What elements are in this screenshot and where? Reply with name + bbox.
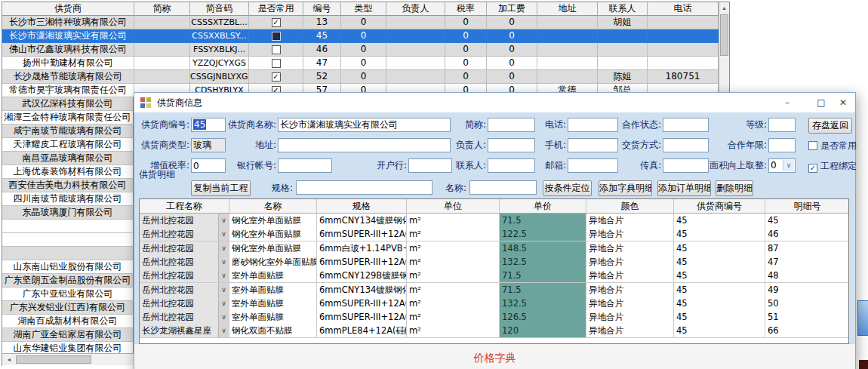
grid-cell[interactable]: 室外单面贴膜	[229, 297, 317, 311]
supplier-list-item[interactable]: 上海优泰装饰材料有限公司	[2, 165, 134, 179]
supplier_type-input[interactable]	[191, 138, 226, 152]
column-header-addr[interactable]: 地址	[537, 2, 598, 16]
supplier-row-cell-pinyin[interactable]: CSSGJNBLYXGS	[190, 70, 249, 84]
chevron-down-icon[interactable]: ∨	[218, 255, 229, 269]
grid-cell[interactable]: 126.5	[500, 310, 586, 324]
supplier-row-cell-pinyin[interactable]: FSSYXBLKJ...	[190, 43, 249, 57]
supplier-row-cell-common[interactable]	[249, 57, 303, 70]
grid-cell[interactable]: 6mmPLE84+12A(硅酮胶...	[317, 324, 407, 338]
area_round-combobox[interactable]: 0∨	[768, 158, 796, 173]
supplier-row-cell-addr[interactable]	[537, 16, 598, 29]
grid-cell[interactable]: 47	[765, 255, 849, 269]
supplier-row-cell-contact[interactable]	[598, 57, 648, 70]
delete-detail-button[interactable]: 删除明细	[716, 180, 753, 196]
chevron-down-icon[interactable]: ∨	[218, 269, 229, 282]
grid-project-combobox[interactable]: 岳州北控花园∨	[140, 283, 229, 297]
grid-project-combobox[interactable]: 岳州北控花园∨	[140, 214, 229, 228]
grid-cell[interactable]: 钢化室外单面贴膜	[229, 241, 317, 256]
supplier-row-cell-phone[interactable]	[648, 16, 719, 29]
supplier-row-cell-abbr[interactable]	[134, 29, 190, 43]
delivery-input[interactable]	[663, 138, 709, 152]
grid-cell[interactable]: m²	[407, 310, 500, 324]
supplier-row-cell-supplier[interactable]: 扬州中勤建材有限公司	[2, 57, 134, 70]
common-use-checkbox[interactable]: 是否常用	[808, 140, 857, 152]
supplier-list-item[interactable]: 四川南玻节能玻璃有限公司	[2, 192, 134, 206]
supplier-row-cell-pinyin[interactable]: CSSSXTZBL...	[190, 16, 249, 29]
supplier-row-cell-manager[interactable]	[386, 57, 445, 70]
supplier-row-cell-tax[interactable]: 0	[445, 29, 487, 43]
chevron-down-icon[interactable]: ∨	[218, 297, 229, 310]
column-header-phone[interactable]: 电话	[648, 2, 719, 16]
grid-cell[interactable]: 132.5	[500, 255, 586, 269]
grid-cell[interactable]: 45	[674, 297, 765, 311]
column-header-tax[interactable]: 税率	[445, 2, 487, 16]
supplier_id-input[interactable]: 45	[191, 118, 226, 132]
supplier-row-cell-pinyin[interactable]: CSSXXBLSY...	[190, 29, 249, 43]
supplier-row-cell-addr[interactable]	[537, 57, 598, 70]
grid-cell[interactable]: 6mmSUPER-III+12A(硅...	[317, 227, 407, 241]
supplier-list-item[interactable]: 南昌亚晶玻璃有限公司	[2, 152, 134, 165]
supplier-row-cell-id[interactable]: 46	[303, 43, 341, 57]
supplier-row-cell-type[interactable]: 0	[341, 57, 386, 70]
checkbox-box-icon[interactable]	[808, 141, 817, 150]
column-header-type[interactable]: 类型	[341, 2, 386, 16]
supplier-row-cell-supplier[interactable]: 长沙晟格节能玻璃有限公司	[2, 70, 134, 84]
common-checkbox-checked-icon[interactable]: ✓	[272, 18, 281, 27]
common-checkbox-unchecked-icon[interactable]	[272, 45, 281, 54]
grid-cell[interactable]: 71.5	[500, 214, 586, 228]
common-checkbox-unchecked-icon[interactable]	[272, 32, 281, 41]
supplier-row-cell-supplier[interactable]: 常德市昊宇玻璃有限责任公司	[2, 84, 134, 97]
manager-input[interactable]	[488, 138, 535, 152]
grid-cell[interactable]: m²	[407, 269, 500, 283]
column-header-pinyin[interactable]: 简音码	[190, 2, 249, 16]
supplier-row-cell-phone[interactable]	[648, 57, 719, 70]
grid-project-combobox[interactable]: 岳州北控花园∨	[140, 310, 229, 324]
grid-cell[interactable]: 钢化双面不贴膜	[229, 324, 317, 338]
grid-cell[interactable]: 室外单面贴膜	[229, 269, 317, 283]
supplier-row-cell-id[interactable]: 47	[303, 57, 341, 70]
contact-input[interactable]	[488, 158, 535, 173]
chevron-down-icon[interactable]: ∨	[783, 160, 794, 171]
grid-cell[interactable]: 异地合片	[586, 297, 674, 311]
grid-cell[interactable]: 45	[674, 214, 765, 228]
grid-cell[interactable]: 异地合片	[586, 255, 674, 269]
chevron-down-icon[interactable]: ∨	[218, 227, 229, 241]
grid-cell[interactable]: 6mmCNY134镀膜钢化	[317, 214, 407, 228]
grid-cell[interactable]: m²	[407, 283, 500, 297]
supplier-row-cell-type[interactable]: 0	[341, 29, 386, 43]
grid-cell[interactable]: m²	[407, 324, 500, 338]
supplier-list-item[interactable]: 湖南广亚全铝家居有限公司	[2, 328, 134, 342]
supplier-row-cell-contact[interactable]: 胡姐	[598, 16, 648, 29]
address-input[interactable]	[278, 138, 451, 152]
grid-cell[interactable]: 异地合片	[586, 241, 674, 256]
grid-cell[interactable]: 6mmSUPER-III+12A(硅...	[317, 297, 407, 311]
supplier-row-cell-tax[interactable]: 0	[445, 16, 487, 29]
common-checkbox-checked-icon[interactable]: ✓	[272, 72, 281, 81]
chevron-down-icon[interactable]: ∨	[218, 310, 229, 324]
grid-cell[interactable]: 66	[765, 324, 849, 338]
supplier-row-cell-abbr[interactable]	[134, 16, 190, 29]
column-header-contact[interactable]: 联系人	[598, 2, 648, 16]
grid-cell[interactable]: 51	[765, 310, 849, 324]
supplier-row-cell-type[interactable]: 0	[341, 43, 386, 57]
grid-project-combobox[interactable]: 岳州北控花园∨	[140, 269, 229, 283]
supplier-list-item[interactable]: 湖南百成新材料有限公司	[2, 315, 134, 328]
dialog-titlebar[interactable]: 供货商信息 – □ ✕	[134, 93, 855, 112]
supplier-list-item[interactable]	[2, 233, 134, 247]
supplier-list-item[interactable]: 武汉亿深科技有限公司	[2, 97, 134, 111]
supplier-row-cell-manager[interactable]	[386, 43, 445, 57]
name-filter-input[interactable]	[469, 180, 537, 195]
grid-cell[interactable]: 49	[765, 283, 849, 297]
scroll-left-icon[interactable]: ◂	[4, 354, 14, 365]
grid-cell[interactable]: 钢化室外单面贴膜	[229, 227, 317, 241]
supplier-list-item[interactable]: 西安佳吉美电力科技有限公司	[2, 179, 134, 192]
bank-input[interactable]	[408, 158, 452, 173]
scroll-up-icon[interactable]: ▴	[719, 2, 729, 14]
grid-cell[interactable]: m²	[407, 214, 500, 228]
add-dict-detail-button[interactable]: 添加字典明细	[599, 180, 652, 196]
column-header-id[interactable]: 编号	[303, 2, 341, 16]
grid-cell[interactable]: m²	[407, 255, 500, 269]
supplier-row-cell-fee[interactable]: 0	[487, 29, 537, 43]
supplier-row-cell-supplier[interactable]: 长沙市三湘特种玻璃有限公司	[2, 16, 134, 29]
supplier-row-cell-fee[interactable]: 0	[487, 70, 537, 84]
